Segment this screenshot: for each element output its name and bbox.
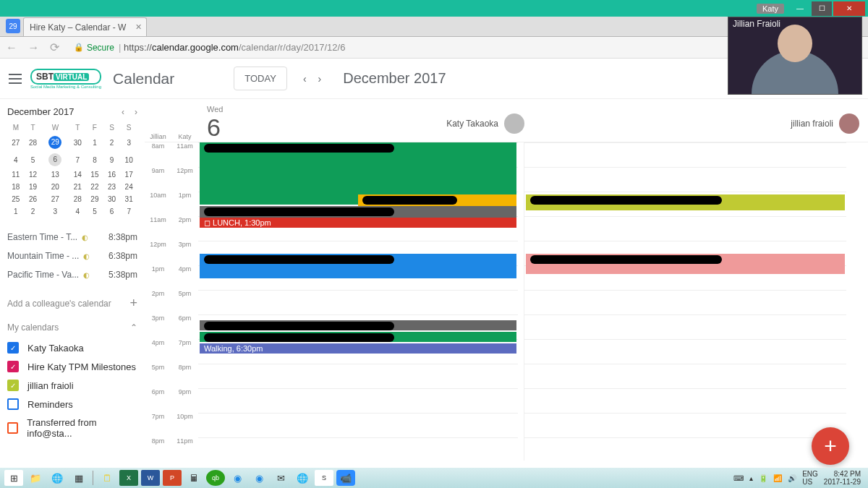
- start-menu-icon[interactable]: ⊞: [4, 470, 23, 486]
- calendar-list-item[interactable]: ✓ Hire Katy TPM Milestones: [7, 357, 137, 376]
- mini-day[interactable]: 18: [7, 181, 25, 193]
- window-close[interactable]: ✕: [833, 1, 865, 16]
- calendar-event[interactable]: [200, 320, 516, 330]
- browser-tab[interactable]: Hire Katy – Calendar - W ✕: [23, 17, 147, 36]
- tray-lang1[interactable]: ENG: [802, 470, 818, 478]
- tray-time[interactable]: 8:42 PM: [824, 470, 861, 478]
- calculator-icon[interactable]: 🖩: [184, 470, 203, 486]
- events-column-2[interactable]: [524, 142, 846, 461]
- checkbox[interactable]: [7, 398, 19, 410]
- mini-day[interactable]: 26: [25, 193, 42, 205]
- mini-prev-icon[interactable]: ‹: [122, 107, 124, 117]
- mini-day[interactable]: 30: [103, 193, 121, 205]
- mini-day[interactable]: 13: [41, 168, 69, 181]
- window-user-badge[interactable]: Katy: [757, 4, 784, 14]
- mini-day[interactable]: 9: [103, 151, 121, 168]
- app-circle2-icon[interactable]: ◉: [250, 470, 268, 486]
- chrome-icon[interactable]: 🌐: [48, 470, 67, 486]
- tab-close-icon[interactable]: ✕: [135, 22, 142, 32]
- main-menu-icon[interactable]: [4, 70, 22, 87]
- calendar-event[interactable]: [200, 254, 516, 278]
- calendar-event[interactable]: [200, 332, 516, 342]
- word-icon[interactable]: W: [141, 470, 160, 486]
- battery-tray-icon[interactable]: 🔋: [759, 474, 767, 482]
- video-call-overlay[interactable]: Jillian Fraioli: [728, 17, 862, 95]
- calendar-list-item[interactable]: ✓ jillian fraioli: [7, 376, 137, 395]
- mini-day[interactable]: 21: [69, 181, 86, 193]
- calendar-event[interactable]: [200, 206, 516, 218]
- os-taskbar[interactable]: ⊞ 📁 🌐 ▦ 🗒 X W P 🖩 qb ◉ ◉ ✉ 🌐 S 📹 ⌨ ▴ 🔋 📶…: [0, 468, 868, 488]
- checkbox[interactable]: ✓: [7, 380, 19, 391]
- window-maximize[interactable]: ☐: [812, 1, 832, 16]
- mini-day[interactable]: 2: [25, 205, 42, 218]
- mini-day[interactable]: 10: [120, 151, 137, 168]
- mini-day[interactable]: 7: [120, 205, 137, 218]
- mini-day[interactable]: 28: [69, 193, 86, 205]
- calendar-list-item[interactable]: Reminders: [7, 395, 137, 414]
- chrome2-icon[interactable]: 🌐: [293, 470, 312, 486]
- mini-day[interactable]: 17: [120, 168, 137, 181]
- file-explorer-icon[interactable]: 📁: [26, 470, 45, 486]
- zoom-icon[interactable]: 📹: [336, 470, 355, 486]
- mini-day[interactable]: 4: [7, 151, 25, 168]
- calendar-event[interactable]: Walking, 6:30pm: [200, 343, 516, 354]
- excel-icon[interactable]: X: [119, 470, 138, 486]
- mini-day[interactable]: 1: [7, 205, 25, 218]
- plus-icon[interactable]: +: [129, 296, 137, 311]
- mini-day[interactable]: 31: [120, 193, 137, 205]
- mini-day[interactable]: 27: [41, 193, 69, 205]
- tray-up-icon[interactable]: ▴: [749, 474, 753, 482]
- my-calendars-header[interactable]: My calendars ⌃: [7, 317, 137, 338]
- mini-day[interactable]: 1: [86, 134, 103, 151]
- events-column-1[interactable]: ◻ LUNCH, 1:30pm Walking, 6:30pm: [198, 142, 518, 461]
- mini-day[interactable]: 5: [25, 151, 42, 168]
- nav-reload-icon[interactable]: ⟳: [50, 41, 59, 53]
- mini-day[interactable]: 15: [86, 168, 103, 181]
- mini-day[interactable]: 5: [86, 205, 103, 218]
- mini-day[interactable]: 27: [7, 134, 25, 151]
- mini-day[interactable]: 28: [25, 134, 42, 151]
- mini-day[interactable]: 20: [41, 181, 69, 193]
- mini-day[interactable]: 3: [120, 134, 137, 151]
- calendar-list-item[interactable]: ✓ Katy Takaoka: [7, 338, 137, 357]
- nav-forward-icon[interactable]: →: [27, 41, 39, 53]
- mini-day[interactable]: 24: [120, 181, 137, 193]
- mini-day[interactable]: 14: [69, 168, 86, 181]
- mini-day[interactable]: 4: [69, 205, 86, 218]
- mini-day[interactable]: 12: [25, 168, 42, 181]
- slack-icon[interactable]: S: [315, 470, 333, 486]
- add-colleague-input[interactable]: Add a colleague's calendar +: [7, 290, 137, 317]
- calendar-event[interactable]: [526, 194, 845, 210]
- mini-day[interactable]: 3: [41, 205, 69, 218]
- checkbox[interactable]: [7, 422, 18, 434]
- mini-day[interactable]: 6: [103, 205, 121, 218]
- checkbox[interactable]: ✓: [7, 342, 19, 354]
- mini-next-icon[interactable]: ›: [135, 107, 137, 117]
- mini-day[interactable]: 8: [86, 151, 103, 168]
- mini-day[interactable]: 2: [103, 134, 121, 151]
- prev-period-icon[interactable]: ‹: [303, 73, 307, 85]
- quickbooks-icon[interactable]: qb: [206, 470, 225, 486]
- mini-day[interactable]: 23: [103, 181, 121, 193]
- powerpoint-icon[interactable]: P: [163, 470, 182, 486]
- tray-lang2[interactable]: US: [802, 478, 818, 486]
- calendar-event[interactable]: ◻ LUNCH, 1:30pm: [200, 218, 516, 228]
- create-event-fab[interactable]: +: [812, 427, 849, 465]
- wifi-tray-icon[interactable]: 📶: [773, 474, 782, 482]
- checkbox[interactable]: ✓: [7, 361, 19, 372]
- mini-day[interactable]: 30: [69, 134, 86, 151]
- mini-day[interactable]: 29: [41, 134, 69, 151]
- apps-grid-icon[interactable]: ▦: [69, 470, 88, 486]
- nav-back-icon[interactable]: ←: [6, 41, 17, 53]
- mini-day[interactable]: 29: [86, 193, 103, 205]
- tray-date[interactable]: 2017-11-29: [824, 478, 861, 486]
- url-input[interactable]: 🔒 Secure | https:// calendar.google.com …: [74, 42, 726, 53]
- calendar-list-item[interactable]: Transferred from info@sta...: [7, 414, 137, 442]
- sticky-notes-icon[interactable]: 🗒: [98, 470, 116, 486]
- mini-day[interactable]: 22: [86, 181, 103, 193]
- mini-day[interactable]: 7: [69, 151, 86, 168]
- next-period-icon[interactable]: ›: [318, 73, 322, 85]
- volume-tray-icon[interactable]: 🔊: [788, 474, 796, 482]
- today-button[interactable]: TODAY: [234, 67, 287, 90]
- mini-day[interactable]: 11: [7, 168, 25, 181]
